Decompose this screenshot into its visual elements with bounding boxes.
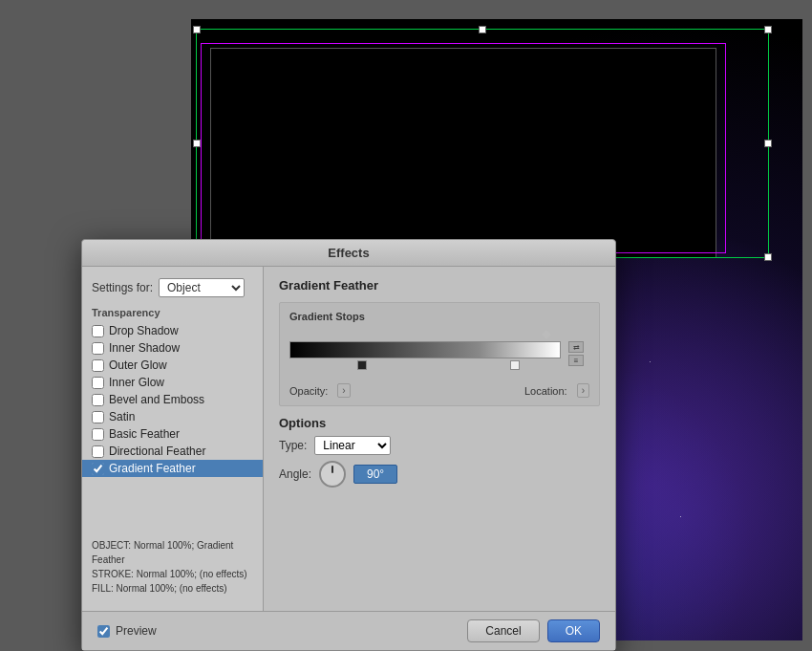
effects-dialog: Effects Settings for: Object Stroke Fill… — [81, 239, 616, 651]
type-select[interactable]: Linear Radial — [314, 436, 391, 455]
transparency-label: Transparency — [82, 305, 263, 322]
options-section: Options Type: Linear Radial Angle: — [279, 416, 600, 488]
gradient-stops-label: Gradient Stops — [289, 311, 589, 322]
settings-label: Settings for: — [92, 281, 153, 294]
top-gradient-stop[interactable] — [542, 330, 551, 339]
info-fill: FILL: Normal 100%; (no effects) — [92, 583, 227, 594]
options-label: Options — [279, 416, 600, 430]
effect-gradient-feather[interactable]: Gradient Feather — [82, 460, 263, 477]
effect-inner-glow[interactable]: Inner Glow — [82, 374, 263, 391]
preview-label: Preview — [116, 624, 157, 638]
label-inner-shadow: Inner Shadow — [109, 341, 180, 355]
effect-drop-shadow[interactable]: Drop Shadow — [82, 322, 263, 339]
label-bevel-emboss: Bevel and Emboss — [109, 393, 204, 406]
dialog-body: Settings for: Object Stroke Fill Text Tr… — [82, 267, 615, 611]
dialog-titlebar: Effects — [82, 240, 615, 267]
handle-mr[interactable] — [764, 140, 772, 147]
checkbox-outer-glow[interactable] — [92, 359, 104, 372]
opacity-label: Opacity: — [289, 385, 328, 397]
label-satin: Satin — [109, 410, 135, 423]
label-outer-glow: Outer Glow — [109, 358, 167, 372]
top-stop-row — [289, 330, 561, 339]
checkbox-basic-feather[interactable] — [92, 428, 104, 441]
ok-button[interactable]: OK — [547, 619, 600, 642]
checkbox-bevel-emboss[interactable] — [92, 394, 104, 406]
preview-checkbox[interactable] — [97, 625, 110, 638]
gradient-icons: ⇄ ≡ — [568, 341, 584, 366]
reverse-gradient-icon[interactable]: ⇄ — [568, 341, 584, 353]
info-text: OBJECT: Normal 100%; Gradient Feather ST… — [82, 531, 263, 603]
opacity-arrow: › — [342, 385, 345, 396]
effect-directional-feather[interactable]: Directional Feather — [82, 443, 263, 460]
label-gradient-feather: Gradient Feather — [109, 462, 196, 475]
gradient-options-icon[interactable]: ≡ — [568, 355, 584, 366]
opacity-field[interactable]: › — [337, 383, 350, 398]
cancel-button[interactable]: Cancel — [467, 619, 539, 642]
right-panel: Gradient Feather Gradient Stops — [264, 267, 615, 611]
bottom-stops-row — [289, 358, 561, 370]
checkbox-gradient-feather[interactable] — [92, 463, 104, 475]
checkbox-satin[interactable] — [92, 411, 104, 423]
preview-row: Preview — [97, 624, 157, 638]
left-panel: Settings for: Object Stroke Fill Text Tr… — [82, 267, 264, 611]
label-drop-shadow: Drop Shadow — [109, 324, 179, 337]
location-arrow: › — [582, 385, 585, 396]
effect-bevel-emboss[interactable]: Bevel and Emboss — [82, 391, 263, 408]
dialog-title: Effects — [328, 246, 369, 260]
label-inner-glow: Inner Glow — [109, 376, 164, 389]
gradient-stop-white[interactable] — [510, 360, 520, 370]
settings-select[interactable]: Object Stroke Fill Text — [159, 278, 245, 297]
location-label: Location: — [524, 385, 567, 397]
angle-label: Angle: — [279, 467, 311, 481]
opacity-location-row: Opacity: › Location: › — [289, 383, 589, 398]
panel-title: Gradient Feather — [279, 278, 600, 293]
checkbox-inner-glow[interactable] — [92, 377, 104, 389]
handle-ml[interactable] — [193, 140, 201, 147]
label-directional-feather: Directional Feather — [109, 445, 205, 458]
effect-satin[interactable]: Satin — [82, 408, 263, 425]
angle-row: Angle: — [279, 461, 600, 488]
effect-outer-glow[interactable]: Outer Glow — [82, 357, 263, 374]
gradient-bar-wrapper: ⇄ ≡ — [289, 330, 561, 370]
effect-inner-shadow[interactable]: Inner Shadow — [82, 339, 263, 357]
info-stroke: STROKE: Normal 100%; (no effects) — [92, 569, 247, 579]
angle-input[interactable] — [353, 465, 397, 484]
selection-inner-border — [201, 43, 726, 253]
label-basic-feather: Basic Feather — [109, 427, 180, 441]
settings-row: Settings for: Object Stroke Fill Text — [82, 274, 263, 305]
info-object: OBJECT: Normal 100%; Gradient Feather — [92, 540, 233, 565]
handle-tr[interactable] — [764, 26, 772, 33]
handle-tl[interactable] — [193, 26, 201, 33]
angle-dial[interactable] — [319, 461, 346, 488]
type-row: Type: Linear Radial — [279, 436, 600, 455]
dialog-footer: Preview Cancel OK — [82, 611, 615, 650]
type-label: Type: — [279, 439, 307, 452]
handle-tm[interactable] — [479, 26, 486, 33]
gradient-stop-black[interactable] — [357, 360, 367, 370]
checkbox-inner-shadow[interactable] — [92, 342, 104, 355]
gradient-stops-section: Gradient Stops ⇄ ≡ — [279, 302, 600, 406]
checkbox-drop-shadow[interactable] — [92, 325, 104, 337]
effect-basic-feather[interactable]: Basic Feather — [82, 425, 263, 443]
gradient-bar[interactable] — [289, 341, 561, 358]
location-field[interactable]: › — [577, 383, 589, 398]
footer-buttons: Cancel OK — [467, 619, 600, 642]
handle-br[interactable] — [764, 253, 772, 261]
checkbox-directional-feather[interactable] — [92, 445, 104, 458]
